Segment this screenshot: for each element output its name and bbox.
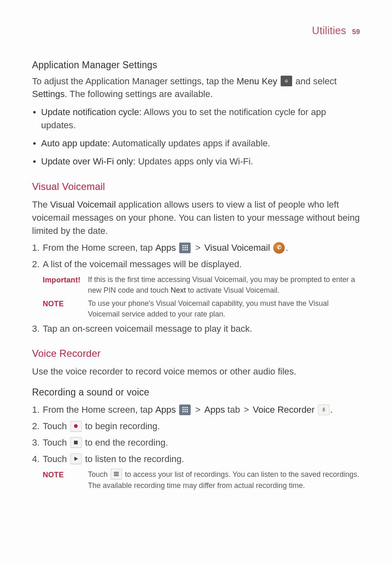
menu-key-icon: ≡ [281,76,292,86]
text: . [286,243,288,253]
vvm-important-row: Important! If this is the first time acc… [32,274,360,296]
text: Touch [43,454,69,464]
vvm-note-row: NOTE To use your phone's Visual Voicemai… [32,298,360,319]
vr-note-row: NOTE Touch to access your list of record… [32,469,360,491]
vvm-step-3: 3. Tap an on-screen voicemail message to… [32,322,360,335]
text: The [32,199,50,210]
app-manager-intro: To adjust the Application Manager settin… [32,75,360,101]
voice-recorder-icon [318,405,330,415]
text: and select [293,76,337,86]
vr-steps: 1. From the Home screen, tap Apps > Apps… [32,403,360,491]
page-header: Utilities 59 [32,23,360,38]
text: to begin recording. [83,421,160,431]
text: . The following settings are available. [65,89,213,99]
vvm-intro: The Visual Voicemail application allows … [32,198,360,238]
text: To adjust the Application Manager settin… [32,76,237,86]
voice-recorder-title: Voice Recorder [32,347,360,361]
bullet-text: Automatically updates apps if available. [110,138,270,148]
header-title: Utilities [312,25,346,36]
text: From the Home screen, tap [43,243,155,253]
vr-step-1: 1. From the Home screen, tap Apps > Apps… [32,403,360,416]
vvm-step-1: 1. From the Home screen, tap Apps > Visu… [32,241,360,254]
apps-label: Apps [155,243,176,253]
chevron-right: > [195,243,201,253]
record-icon [70,421,82,432]
step-number: 3. [32,436,39,449]
text: . [330,405,333,415]
app-manager-bullets: Update notification cycle: Allows you to… [32,106,360,168]
text: From the Home screen, tap [43,405,155,415]
play-icon [70,453,82,464]
step-number: 1. [32,241,39,254]
tab-word: tab [225,405,242,415]
visual-voicemail-title: Visual Voicemail [32,180,360,194]
step-number: 4. [32,453,39,466]
apps-icon [179,405,191,415]
settings-label: Settings [32,89,65,99]
chevron-right: > [195,405,201,415]
page-number: 59 [352,28,360,36]
step-number: 2. [32,258,39,271]
bullet-label: Auto app update: [41,138,110,148]
important-text: If this is the first time accessing Visu… [88,274,360,296]
text: to activate Visual Voicemail. [186,286,279,294]
bullet-auto-update: Auto app update: Automatically updates a… [32,137,360,150]
apps-tab-label: Apps [204,405,225,415]
bullet-update-cycle: Update notification cycle: Allows you to… [32,106,360,132]
vvm-label: Visual Voicemail [204,243,270,253]
vvm-bold: Visual Voicemail [50,199,116,210]
note-text: To use your phone's Visual Voicemail cap… [88,298,360,319]
text: Tap an on-screen voicemail message to pl… [43,324,252,334]
important-label: Important! [43,274,88,296]
note-label: NOTE [43,469,88,491]
next-label: Next [171,286,186,294]
vvm-step-2: 2. A list of the voicemail messages will… [32,258,360,271]
note-label: NOTE [43,298,88,319]
chevron-right: > [244,405,249,415]
vvm-steps: 1. From the Home screen, tap Apps > Visu… [32,241,360,335]
bullet-label: Update over Wi-Fi only: [41,156,136,166]
vr-intro: Use the voice recorder to record voice m… [32,365,360,378]
text: A list of the voicemail messages will be… [43,259,242,269]
text: Touch [43,437,69,448]
apps-icon [179,243,191,253]
text: to access your list of recordings. You c… [88,470,359,490]
step-number: 3. [32,322,39,335]
visual-voicemail-icon: ✆ [273,242,285,254]
vr-step-3: 3. Touch to end the recording. [32,436,360,449]
text: Touch [43,421,69,431]
apps-label: Apps [155,405,176,415]
stop-icon [70,437,82,448]
menu-key-label: Menu Key [237,76,277,86]
text: Touch [88,470,110,478]
vr-step-4: 4. Touch to listen to the recording. [32,453,360,466]
bullet-wifi-only: Update over Wi-Fi only: Updates apps onl… [32,155,360,168]
text: to listen to the recording. [83,454,184,464]
note-text: Touch to access your list of recordings.… [88,469,360,491]
step-number: 1. [32,403,39,416]
recording-heading: Recording a sound or voice [32,386,360,399]
list-icon [111,469,122,479]
bullet-text: Updates apps only via Wi-Fi. [136,156,253,166]
vr-label: Voice Recorder [253,405,314,415]
vr-step-2: 2. Touch to begin recording. [32,420,360,433]
app-manager-heading: Application Manager Settings [32,58,360,72]
text: to end the recording. [83,437,168,448]
step-number: 2. [32,420,39,433]
bullet-label: Update notification cycle: [41,107,142,117]
